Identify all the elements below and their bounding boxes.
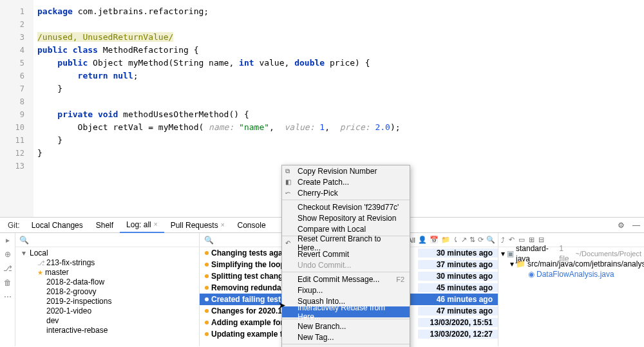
menu-item[interactable]: New Branch... [282, 321, 410, 332]
menu-item[interactable]: Checkout Revision 'f239d77c' [282, 202, 410, 212]
code-line[interactable]: public Object myMethod(String name, int … [33, 57, 644, 70]
branch-item[interactable]: dev [22, 316, 199, 326]
commit-time: 37 minutes ago [418, 260, 498, 269]
file-node[interactable]: ◉ DataFlowAnalysis.java [501, 269, 641, 279]
code-line[interactable]: } [33, 147, 644, 160]
code-line[interactable]: private void methodUsesOtherMethod() { [33, 108, 644, 121]
commit-time: 30 minutes ago [418, 249, 498, 258]
code-line[interactable]: return null; [33, 70, 644, 82]
gear-icon[interactable]: ⚙ [614, 221, 629, 230]
commit-time: 13/03/2020, 12:27 [418, 330, 498, 339]
branch-item[interactable]: 2018-2-data-flow [22, 277, 199, 287]
search-everywhere-icon[interactable]: 🔍 [486, 236, 495, 244]
project-node[interactable]: ▾ ▣ standard-java 1 file ~/Documents/Pro… [501, 249, 641, 259]
code-line[interactable]: public class MethodRefactoring { [33, 44, 644, 57]
graph-node [202, 332, 211, 336]
menu-item[interactable]: Edit Commit Message...F2 [282, 274, 410, 285]
panel-tab[interactable]: Shelf [90, 218, 120, 233]
line-number: 1 [0, 5, 33, 18]
code-line[interactable]: Object retVal = myMethod( name: "name", … [33, 121, 644, 134]
menu-item-label: Show Repository at Revision [298, 214, 396, 223]
menu-item-icon: ↶ [285, 239, 290, 247]
branch-item[interactable]: interactive-rebase [22, 326, 199, 335]
graph-node [202, 309, 211, 313]
code-line[interactable]: } [33, 134, 644, 147]
more-icon[interactable]: ⋯ [4, 292, 12, 301]
menu-item[interactable]: ⧉Copy Revision Number [282, 165, 410, 176]
menu-item[interactable]: Revert Commit [282, 249, 410, 259]
line-number: 3 [0, 31, 33, 44]
line-gutter: 12345678910111213 [0, 0, 33, 217]
branch-search[interactable]: 🔍 [15, 233, 199, 247]
commit-time: 46 minutes ago [418, 295, 498, 304]
date-filter-icon[interactable]: 📅 [430, 236, 439, 244]
panel-tab[interactable]: Log: all× [120, 218, 164, 233]
collapse-icon[interactable]: ⊕ [5, 250, 11, 259]
graph-node [202, 286, 211, 290]
code-line[interactable]: /unused, UnusedReturnValue/ [33, 31, 644, 44]
menu-item[interactable]: Fixup... [282, 285, 410, 295]
panel-title: Git: [3, 221, 25, 230]
chevron-down-icon: ▾ [501, 249, 505, 259]
line-number: 12 [0, 147, 33, 160]
path-filter-icon[interactable]: 📁 [441, 236, 450, 244]
commit-context-menu: ⧉Copy Revision Number◧Create Patch...⤺Ch… [281, 165, 410, 347]
chevron-down-icon: ▾ [510, 259, 514, 269]
menu-item[interactable]: Interactively Rebase from Here... [282, 306, 410, 317]
code-line[interactable]: package com.jetbrains.refactoring; [33, 5, 644, 18]
branch-item[interactable]: 2020-1-video [22, 306, 199, 316]
intellisort-icon[interactable]: ⇅ [469, 236, 475, 244]
branch-group[interactable]: ▾Local [22, 249, 199, 258]
menu-separator [282, 272, 410, 272]
new-branch-icon[interactable]: ⎇ [3, 264, 12, 273]
line-number: 2 [0, 18, 33, 31]
panel-tab[interactable]: Console [231, 218, 272, 233]
changed-files-pane: ⤴ ↶ ▭ ⊞ ⊟ ▾ ▣ standard-java 1 file ~/Doc… [498, 233, 644, 346]
menu-item-label: Revert Commit [298, 250, 349, 259]
menu-item: Undo Commit... [282, 259, 410, 270]
menu-item[interactable]: ↶Reset Current Branch to Here... [282, 238, 410, 249]
menu-item-label: Create Patch... [298, 178, 349, 187]
menu-item[interactable]: Compare with Local [282, 223, 410, 234]
expand-icon[interactable]: ▸ [6, 236, 10, 245]
menu-shortcut: F2 [396, 276, 404, 283]
commit-time: 45 minutes ago [418, 283, 498, 292]
chevron-down-icon[interactable]: ▾ [22, 249, 30, 258]
star-icon: ★ [37, 268, 43, 277]
folder-node[interactable]: ▾ 📁 src/main/java/com/jetbrains/analysis… [501, 259, 641, 269]
menu-item[interactable]: Show Repository at Revision [282, 212, 410, 223]
panel-tab[interactable]: Local Changes [25, 218, 90, 233]
close-icon[interactable]: × [154, 221, 158, 228]
cherry-pick-icon[interactable]: ⤹ [453, 236, 459, 244]
menu-item[interactable]: ◧Create Patch... [282, 176, 410, 187]
revert-icon[interactable]: ↶ [509, 236, 515, 244]
delete-icon[interactable]: 🗑 [4, 278, 12, 287]
code-line[interactable] [33, 18, 644, 31]
push-icon[interactable]: ↗ [461, 236, 467, 244]
refresh-icon[interactable]: ⟳ [478, 236, 484, 244]
minimize-icon[interactable]: — [629, 221, 644, 230]
tag-icon: ⎇ [37, 258, 46, 268]
branch-item[interactable]: ⎇213-fix-strings [22, 258, 199, 268]
line-number: 5 [0, 57, 33, 70]
menu-item-label: New Branch... [298, 322, 346, 331]
line-number: 4 [0, 44, 33, 57]
close-icon[interactable]: × [221, 221, 225, 229]
menu-item-label: Checkout Revision 'f239d77c' [298, 203, 399, 212]
menu-item[interactable]: New Tag... [282, 332, 410, 342]
line-number: 6 [0, 70, 33, 82]
user-filter-icon[interactable]: 👤 [418, 236, 427, 244]
menu-item[interactable]: ⤺Cherry-Pick [282, 187, 410, 198]
menu-item-label: Fixup... [298, 286, 323, 295]
branch-item[interactable]: 2018-2-groovy [22, 287, 199, 297]
code-line[interactable] [33, 95, 644, 108]
menu-item-label: Interactively Rebase from Here... [298, 303, 404, 321]
branch-item[interactable]: ★master [22, 268, 199, 277]
branch-item[interactable]: 2019-2-inspections [22, 297, 199, 306]
panel-tab[interactable]: Pull Requests× [164, 218, 231, 233]
commit-time: 30 minutes ago [418, 272, 498, 281]
java-file-icon: ◉ [528, 269, 535, 279]
show-diff-icon[interactable]: ⤴ [501, 236, 505, 244]
code-line[interactable]: } [33, 82, 644, 95]
line-number: 7 [0, 82, 33, 95]
